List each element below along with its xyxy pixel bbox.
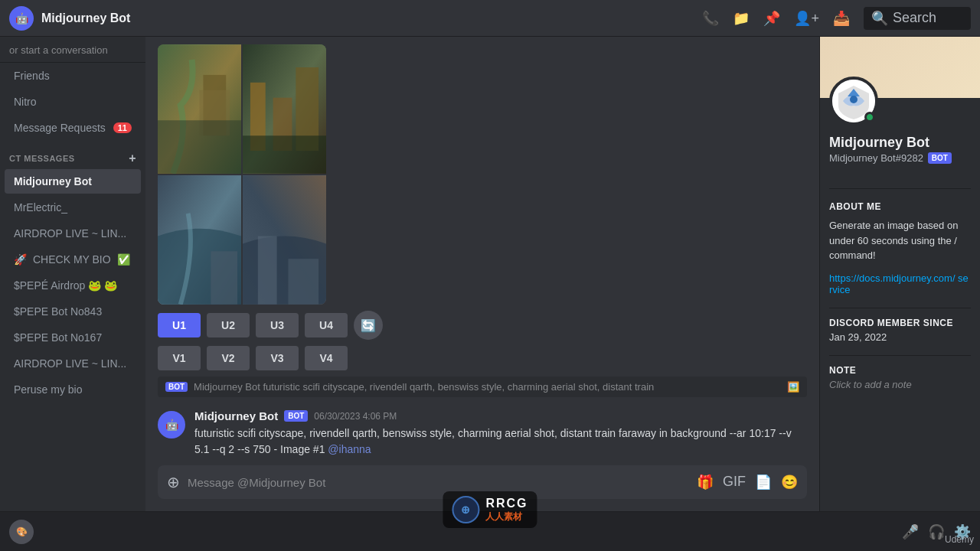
center-content: U1 U2 U3 U4 🔄 V1 V2 V3 V4 BOT Midjourney… [145,37,819,511]
sidebar-item-midjourney-bot[interactable]: Midjourney Bot [5,169,141,194]
v4-button[interactable]: V4 [305,346,348,370]
note-text[interactable]: Click to add a note [829,379,971,390]
mute-icon[interactable]: 🎤 [902,523,919,540]
message-input[interactable] [188,476,689,489]
v1-button[interactable]: V1 [158,346,201,370]
u3-button[interactable]: U3 [256,313,299,337]
new-dm-button[interactable]: + [129,152,136,165]
verified-bot-badge: BOT [928,152,952,164]
sidebar-item-nitro[interactable]: Nitro [5,90,141,114]
note-label: NOTE [829,365,971,376]
profile-info: Midjourney Bot Midjourney Bot#9282 BOT [820,135,980,182]
midjourney-bot-label: Midjourney Bot [14,175,92,187]
sidebar-search-hint: or start a conversation [0,37,145,63]
gif-icon[interactable]: GIF [723,474,746,491]
bot-avatar-top: 🤖 [9,6,34,31]
variation-buttons-row: V1 V2 V3 V4 [158,346,525,370]
phone-icon[interactable]: 📞 [702,10,719,27]
right-sidebar: Midjourney Bot Midjourney Bot#9282 BOT A… [819,37,980,511]
v2-button[interactable]: V2 [207,346,250,370]
message-username: Midjourney Bot [194,409,278,422]
profile-avatar-wrapper [829,77,878,126]
image-grid-container: U1 U2 U3 U4 🔄 V1 V2 V3 V4 [158,44,525,370]
sidebar-item-peruse-bio[interactable]: Peruse my bio [5,377,141,402]
message-text: futuristic scifi cityscape, rivendell qa… [194,425,807,458]
svg-rect-10 [258,236,277,305]
profile-tag-text: Midjourney Bot#9282 [829,152,923,164]
input-icons: 🎁 GIF 📄 😊 [697,474,798,491]
search-icon: 🔍 [871,10,888,27]
headphones-icon[interactable]: 🎧 [928,523,945,540]
message-area: U1 U2 U3 U4 🔄 V1 V2 V3 V4 BOT Midjourney… [145,37,819,465]
notification-bot-badge: BOT [165,382,188,392]
image-grid [158,44,326,305]
image-cell-bottom-right[interactable] [243,175,326,305]
main-layout: or start a conversation Friends Nitro Me… [0,37,980,511]
bottom-bar: 🎨 🎤 🎧 ⚙️ [0,511,980,551]
friends-label: Friends [14,70,50,82]
u2-button[interactable]: U2 [207,313,250,337]
search-bar[interactable]: 🔍 Search [864,7,971,30]
top-icons: 📞 📁 📌 👤+ 📥 🔍 Search [702,7,971,30]
v3-button[interactable]: V3 [256,346,299,370]
message-requests-label: Message Requests [14,122,106,134]
about-me-title: ABOUT ME [820,195,980,215]
message-input-inner: ⊕ 🎁 GIF 📄 😊 [158,465,807,499]
profile-name: Midjourney Bot [829,135,971,151]
gift-icon[interactable]: 🎁 [697,474,714,491]
divider-1 [829,188,971,189]
input-plus-icon[interactable]: ⊕ [167,473,180,491]
message-requests-badge: 11 [113,122,132,133]
emoji-icon[interactable]: 😊 [781,474,798,491]
nitro-label: Nitro [14,96,37,108]
image-icon: 🖼️ [787,381,799,393]
rocket-emoji: 🚀 [14,253,27,266]
bot-name-top: Midjourney Bot [41,11,702,25]
airdrop2-label: AIRDROP LIVE ~ LIN... [14,357,126,370]
sticker-icon[interactable]: 📄 [755,474,772,491]
sidebar-item-pepe-bot-167[interactable]: $PEPE Bot No167 [5,325,141,350]
inbox-icon[interactable]: 📥 [833,10,850,27]
video-icon[interactable]: 📁 [733,10,750,27]
sidebar-item-friends[interactable]: Friends [5,64,141,88]
sidebar-item-mrelectric[interactable]: MrElectric_ [5,195,141,220]
check-my-bio-text: CHECK MY BIO [33,253,111,266]
add-member-icon[interactable]: 👤+ [794,10,819,27]
search-label: Search [893,10,936,26]
svg-rect-8 [211,251,237,304]
message-bot-badge: BOT [284,410,308,422]
refresh-button[interactable]: 🔄 [354,311,383,340]
sidebar-item-pepe-bot-843[interactable]: $PEPE Bot No843 [5,299,141,324]
u1-button[interactable]: U1 [158,313,201,337]
dm-section-label: CT MESSAGES + [0,141,145,168]
pepe-airdrop-label: $PEPÉ Airdrop 🐸 🐸 [14,279,117,292]
sidebar-item-pepe-airdrop[interactable]: $PEPÉ Airdrop 🐸 🐸 [5,273,141,298]
message-row: 🤖 Midjourney Bot BOT 06/30/2023 4:06 PM … [158,406,807,461]
about-me-text: Generate an image based on under 60 seco… [820,215,980,269]
image-cell-bottom-left[interactable] [158,175,241,305]
member-since-date: Jan 29, 2022 [829,331,971,343]
image-cell-top-left[interactable] [158,44,241,174]
svg-rect-11 [288,259,318,304]
message-body: futuristic scifi cityscape, rivendell qa… [194,427,792,455]
message-input-bar: ⊕ 🎁 GIF 📄 😊 [145,465,819,511]
message-timestamp: 06/30/2023 4:06 PM [314,411,397,422]
notification-text: Midjourney Bot futuristic scifi cityscap… [194,381,654,393]
divider-2 [829,308,971,308]
sidebar-item-message-requests[interactable]: Message Requests 11 [5,116,141,140]
pepe-bot-167-label: $PEPE Bot No167 [14,331,102,344]
notification-row: BOT Midjourney Bot futuristic scifi city… [158,377,807,397]
profile-avatar-section [820,98,980,126]
pin-icon[interactable]: 📌 [763,10,780,27]
sidebar-item-airdrop1[interactable]: AIRDROP LIVE ~ LIN... [5,221,141,246]
pepe-bot-843-label: $PEPE Bot No843 [14,305,102,318]
image-cell-top-right[interactable] [243,44,326,174]
profile-link[interactable]: https://docs.midjourney.com/ service [820,269,980,302]
udemy-badge: Udemy [945,534,974,545]
message-header: Midjourney Bot BOT 06/30/2023 4:06 PM [194,409,807,422]
sidebar-item-airdrop2[interactable]: AIRDROP LIVE ~ LIN... [5,351,141,376]
svg-point-14 [850,96,858,103]
u4-button[interactable]: U4 [305,313,348,337]
member-since-label: DISCORD MEMBER SINCE [829,318,971,328]
sidebar-item-check-my-bio[interactable]: 🚀 CHECK MY BIO ✅ [5,247,141,272]
